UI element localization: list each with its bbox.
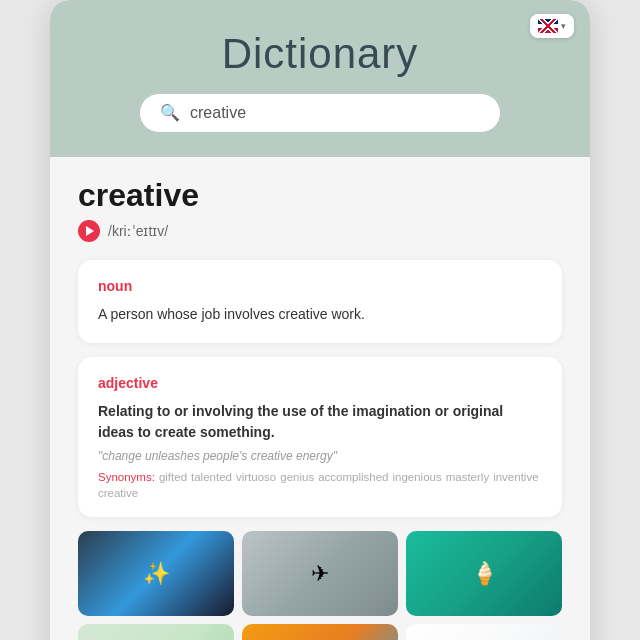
pos-adjective: adjective <box>98 375 542 391</box>
image-2-placeholder: ✈ <box>242 531 398 616</box>
pos-noun: noun <box>98 278 542 294</box>
synonym-1: gifted <box>159 471 187 483</box>
synonyms-label: Synonyms: <box>98 471 155 483</box>
image-6[interactable]: 🎨 <box>406 624 562 640</box>
image-1-placeholder: ✨ <box>78 531 234 616</box>
synonyms-row: Synonyms: gifted talented virtuoso geniu… <box>98 471 542 499</box>
noun-card: noun A person whose job involves creativ… <box>78 260 562 343</box>
images-grid: ✨ ✈ 🍦 ✍ ✏ 🎨 <box>78 531 562 640</box>
synonym-6: ingenious <box>392 471 441 483</box>
image-4-placeholder: ✍ <box>78 624 234 640</box>
phonetic-text: /kriːˈeɪtɪv/ <box>108 223 168 239</box>
flag-icon <box>538 19 558 33</box>
adjective-card: adjective Relating to or involving the u… <box>78 357 562 517</box>
search-input[interactable] <box>190 104 480 122</box>
search-bar: 🔍 <box>140 94 500 132</box>
synonym-2: talented <box>191 471 232 483</box>
image-5[interactable]: ✏ <box>242 624 398 640</box>
app-container: ▾ Dictionary 🔍 creative /kriːˈeɪtɪv/ nou… <box>50 0 590 640</box>
chevron-down-icon: ▾ <box>561 21 566 31</box>
image-3[interactable]: 🍦 <box>406 531 562 616</box>
synonym-7: masterly <box>446 471 489 483</box>
synonym-9: creative <box>98 487 138 499</box>
noun-definition: A person whose job involves creative wor… <box>98 304 542 325</box>
synonym-3: virtuoso <box>236 471 276 483</box>
search-icon: 🔍 <box>160 105 180 121</box>
language-button[interactable]: ▾ <box>530 14 574 38</box>
image-5-placeholder: ✏ <box>242 624 398 640</box>
word-title: creative <box>78 177 562 214</box>
synonym-8: inventive <box>493 471 538 483</box>
example-text: "change unleashes people's creative ener… <box>98 449 542 463</box>
main-content: creative /kriːˈeɪtɪv/ noun A person whos… <box>50 157 590 640</box>
adjective-definition: Relating to or involving the use of the … <box>98 401 542 443</box>
image-1[interactable]: ✨ <box>78 531 234 616</box>
image-2[interactable]: ✈ <box>242 531 398 616</box>
synonym-5: accomplished <box>318 471 388 483</box>
play-triangle-icon <box>86 226 94 236</box>
image-6-placeholder: 🎨 <box>406 624 562 640</box>
header: ▾ Dictionary 🔍 <box>50 0 590 157</box>
image-4[interactable]: ✍ <box>78 624 234 640</box>
pronunciation-row: /kriːˈeɪtɪv/ <box>78 220 562 242</box>
app-title: Dictionary <box>70 30 570 78</box>
play-button[interactable] <box>78 220 100 242</box>
synonym-4: genius <box>280 471 314 483</box>
image-3-placeholder: 🍦 <box>406 531 562 616</box>
